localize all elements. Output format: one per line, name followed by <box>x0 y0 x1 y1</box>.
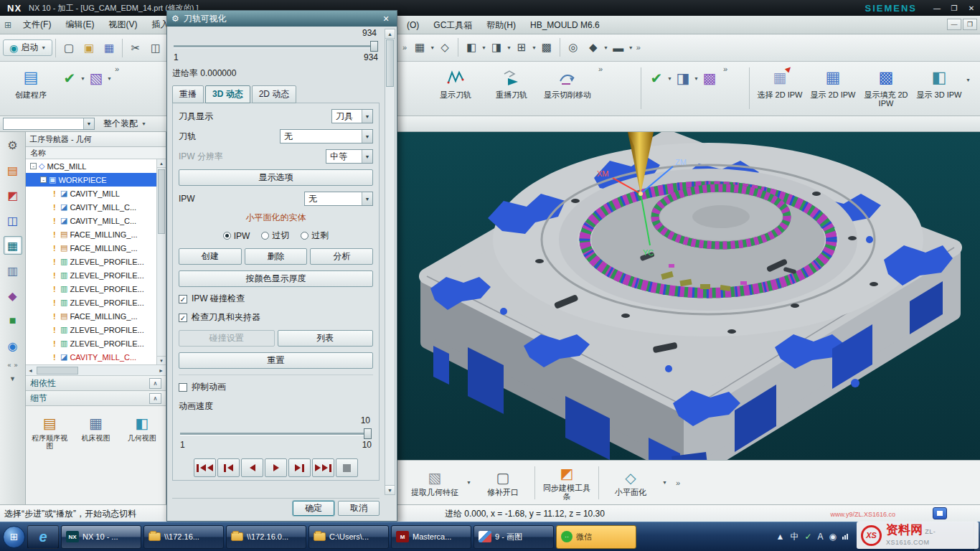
machine-sim-icon[interactable]: ◨ <box>672 67 694 89</box>
dialog-title-bar[interactable]: ⚙ 刀轨可视化 ✕ <box>167 11 397 27</box>
close-icon[interactable]: ✕ <box>963 2 980 14</box>
toolbar-overflow-icon[interactable]: » <box>673 479 683 487</box>
toolbar-overflow-icon[interactable]: » <box>633 43 644 52</box>
part-navigator-icon[interactable]: ◫ <box>4 211 22 230</box>
toolbar-overflow-icon[interactable]: » <box>595 65 606 73</box>
datum-plane-icon[interactable]: ◇ <box>435 38 454 57</box>
delete-button[interactable]: 删除 <box>245 248 308 265</box>
process-studio-icon[interactable]: ◆ <box>4 286 22 305</box>
tree-row-operation[interactable]: ! ▥ ZLEVEL_PROFILE... <box>26 323 156 336</box>
thickness-by-color-button[interactable]: 按颜色显示厚度 <box>179 270 373 287</box>
palette-icon[interactable]: ▩ <box>537 38 556 57</box>
menu-help[interactable]: 帮助(H) <box>479 16 523 34</box>
slider-handle[interactable] <box>364 428 372 439</box>
language-icon[interactable]: A <box>818 532 824 542</box>
menu-window[interactable]: (O) <box>400 16 426 34</box>
tree-row-operation[interactable]: ! ◪ CAVITY_MILL_C... <box>26 200 156 214</box>
tree-row-operation[interactable]: ! ▥ ZLEVEL_PROFILE... <box>26 336 156 350</box>
taskbar-button-paint[interactable]: 9 - 画图 <box>473 525 554 549</box>
tree-row-operation[interactable]: ! ▥ ZLEVEL_PROFILE... <box>26 255 156 268</box>
constraint-navigator-icon[interactable]: ◩ <box>4 186 22 204</box>
dialog-close-icon[interactable]: ✕ <box>380 13 392 24</box>
input-method-icon[interactable]: 中 <box>790 531 798 543</box>
restore-icon[interactable]: ❐ <box>946 2 963 14</box>
menu-gc-toolbox[interactable]: GC工具箱 <box>426 16 479 34</box>
show-2d-ipw-button[interactable]: ▦ 显示 2D IPW <box>806 65 859 99</box>
create-program-button[interactable]: ▤ 创建程序 <box>3 65 59 99</box>
hidden-icons-icon[interactable]: ▲ <box>776 532 785 542</box>
open-file-icon[interactable]: ▣ <box>80 39 98 57</box>
minimize-icon[interactable]: — <box>928 2 946 14</box>
dialog-scrollbar[interactable]: ▲ ▼ <box>385 29 395 495</box>
taskbar-button-wechat[interactable]: ·· 微信 <box>556 525 636 549</box>
tool-display-dropdown[interactable]: 刀具 ▼ <box>331 109 373 123</box>
geometry-view-button[interactable]: ◧ 几何视图 <box>123 415 161 442</box>
more-tabs-icon[interactable]: ▼ <box>9 375 16 382</box>
taskbar-button-nx[interactable]: NX NX 10 - ... <box>61 525 141 549</box>
tree-row-operation[interactable]: ! ◪ CAVITY_MILL_C... <box>26 350 156 364</box>
chevron-up-icon[interactable]: ∧ <box>149 378 161 389</box>
stop-button[interactable] <box>336 458 358 477</box>
cut-icon[interactable]: ✂ <box>126 39 145 57</box>
taskbar-button-share2[interactable]: \\172.16.0... <box>226 525 306 549</box>
program-order-view-button[interactable]: ▤ 程序顺序视图 <box>30 415 69 450</box>
column-header-name[interactable]: 名称 <box>26 147 166 159</box>
tree-row-operation[interactable]: ! ◪ CAVITY_MILL_C... <box>26 214 156 227</box>
scrollbar-thumb[interactable] <box>37 367 78 375</box>
selection-filter-input[interactable]: ▼ <box>3 118 95 130</box>
checkbox-checked-icon[interactable]: ✓ <box>179 295 187 303</box>
render-style-icon[interactable]: ◨ <box>487 38 506 57</box>
facet-body-button[interactable]: ◇ 小平面化 <box>605 469 656 496</box>
tree-horizontal-scrollbar[interactable]: ◄ ► <box>26 365 166 376</box>
save-icon[interactable]: ▦ <box>100 39 118 57</box>
machine-tool-view-button[interactable]: ▦ 机床视图 <box>76 415 115 442</box>
tool-library-icon[interactable]: ■ <box>4 311 22 330</box>
patch-openings-button[interactable]: ▢ 修补开口 <box>477 469 529 496</box>
scroll-down-icon[interactable]: ▼ <box>385 485 395 494</box>
step-back-button[interactable] <box>217 458 240 477</box>
expand-right-icon[interactable]: » <box>14 362 18 369</box>
tree-row-operation[interactable]: ! ▤ FACE_MILLING_... <box>26 227 156 241</box>
analysis-icon[interactable]: ◆ <box>584 38 603 57</box>
assembly-navigator-icon[interactable]: ▤ <box>4 161 22 179</box>
taskbar-button-users-folder[interactable]: C:\Users\... <box>308 525 389 549</box>
motion-slider[interactable] <box>174 41 378 52</box>
chevron-up-icon[interactable]: ∧ <box>149 393 161 404</box>
toolbar-overflow-icon[interactable]: » <box>112 65 122 73</box>
copy-icon[interactable]: ◫ <box>146 39 165 57</box>
network-icon[interactable] <box>842 534 848 540</box>
cancel-button[interactable]: 取消 <box>338 501 380 516</box>
show-filled-2d-ipw-button[interactable]: ▩ 显示填充 2D IPW <box>859 65 913 108</box>
tree-row-workpiece[interactable]: - ▣ WORKPIECE <box>26 173 156 187</box>
go-to-start-button[interactable] <box>194 458 216 477</box>
extract-geometry-button[interactable]: ▧ 提取几何特征 <box>409 469 461 496</box>
radio-gouge[interactable]: 过切 <box>261 230 289 242</box>
ipw-dropdown[interactable]: 无 ▼ <box>304 192 373 206</box>
show-3d-ipw-button[interactable]: ◧ 显示 3D IPW <box>913 65 966 99</box>
show-cut-moves-button[interactable]: 显示切削移动 <box>540 65 595 99</box>
tree-row-operation[interactable]: ! ▤ FACE_MILLING_... <box>26 241 156 255</box>
toolbar-overflow-icon[interactable]: » <box>400 43 410 52</box>
animation-speed-slider[interactable] <box>180 428 372 439</box>
update-icon[interactable]: ◉ <box>829 532 837 542</box>
taskbar-button-mastercam[interactable]: M Masterca... <box>391 525 471 549</box>
internet-explorer-button[interactable]: e <box>27 525 59 549</box>
play-backward-button[interactable] <box>241 458 263 477</box>
radio-excess[interactable]: 过剩 <box>301 230 329 242</box>
menu-edit[interactable]: 编辑(E) <box>58 16 101 34</box>
window-layout-icon[interactable]: ⊞ <box>512 38 531 57</box>
gouge-check-icon[interactable]: ▩ <box>699 67 720 89</box>
go-to-end-button[interactable] <box>312 458 334 477</box>
tree-row-operation[interactable]: ! ◪ CAVITY_MILL <box>26 187 156 200</box>
step-forward-button[interactable] <box>288 458 311 477</box>
tree-row-mcs-mill[interactable]: - ◇ MCS_MILL <box>26 159 156 173</box>
measure-icon[interactable]: ◎ <box>564 38 583 57</box>
scroll-down-icon[interactable]: ▼ <box>157 356 166 364</box>
menu-view[interactable]: 视图(V) <box>101 16 144 34</box>
scroll-up-icon[interactable]: ▲ <box>385 29 395 39</box>
tree-row-operation[interactable]: ! ▥ ZLEVEL_PROFILE... <box>26 296 156 309</box>
show-toolpath-button[interactable]: 显示刀轨 <box>428 65 484 99</box>
details-panel-header[interactable]: 细节 ∧ <box>26 391 166 406</box>
tab-3d-dynamic[interactable]: 3D 动态 <box>205 85 250 103</box>
operation-navigator-icon[interactable]: ▦ <box>4 236 22 255</box>
